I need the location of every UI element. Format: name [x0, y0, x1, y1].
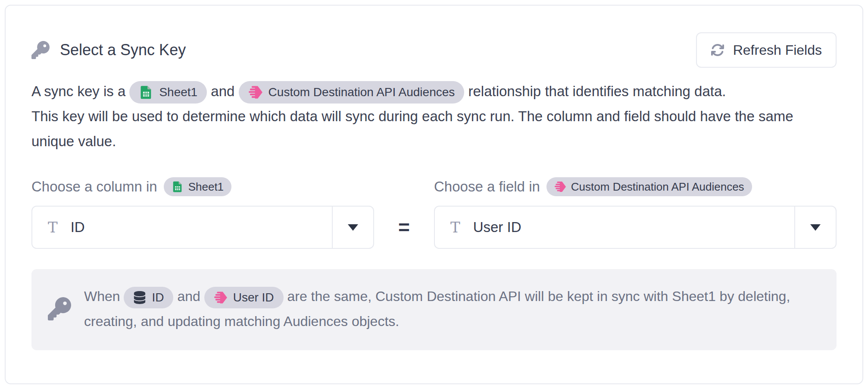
column-select-value-area[interactable]: T ID	[32, 207, 332, 248]
info-lead: When	[84, 289, 120, 304]
source-badge-small: Sheet1	[164, 177, 231, 196]
refresh-fields-label: Refresh Fields	[733, 42, 822, 58]
chevron-down-icon	[348, 224, 358, 231]
chevron-down-icon	[810, 224, 821, 231]
key-icon	[31, 41, 50, 59]
database-icon	[133, 291, 146, 304]
field-select[interactable]: T User ID	[434, 206, 837, 249]
destination-badge: Custom Destination API Audiences	[239, 81, 465, 104]
sheet-icon	[139, 85, 153, 100]
key-icon	[48, 297, 71, 320]
source-badge-label: Sheet1	[159, 80, 197, 105]
custom-destination-icon	[554, 181, 566, 193]
column-select-value: ID	[71, 219, 85, 235]
equals-sign: =	[398, 216, 410, 239]
field-select-label: Choose a field in	[434, 179, 540, 195]
destination-badge-label: Custom Destination API Audiences	[269, 80, 455, 105]
page-title: Select a Sync Key	[60, 41, 186, 59]
column-select-label-row: Choose a column in Sheet1	[31, 177, 374, 196]
description-tail-1: relationship that identifies matching da…	[468, 83, 726, 99]
description-conjunction: and	[211, 83, 234, 99]
sync-key-description: A sync key is a Sheet1 and Custom Destin…	[31, 79, 837, 154]
sheet-icon	[172, 181, 184, 193]
sync-key-selector-row: Choose a column in Sheet1 T ID =	[31, 177, 837, 249]
sync-key-card: Select a Sync Key Refresh Fields A sync …	[5, 5, 863, 384]
info-field-badge: User ID	[204, 287, 284, 308]
field-select-label-row: Choose a field in Custom Destination API…	[434, 177, 837, 196]
description-line-1: A sync key is a Sheet1 and Custom Destin…	[31, 79, 837, 104]
custom-destination-icon	[248, 85, 263, 100]
destination-badge-small: Custom Destination API Audiences	[546, 177, 752, 196]
info-column-badge-label: ID	[152, 285, 164, 310]
refresh-icon	[711, 43, 724, 57]
refresh-fields-button[interactable]: Refresh Fields	[696, 32, 837, 68]
field-select-value-area[interactable]: T User ID	[435, 207, 794, 248]
field-select-group: Choose a field in Custom Destination API…	[434, 177, 837, 249]
text-type-icon: T	[450, 220, 460, 235]
source-badge-small-label: Sheet1	[188, 180, 224, 194]
destination-badge-small-label: Custom Destination API Audiences	[571, 180, 744, 194]
column-select[interactable]: T ID	[31, 206, 374, 249]
page-title-group: Select a Sync Key	[31, 41, 186, 59]
column-select-label: Choose a column in	[31, 179, 157, 195]
field-select-value: User ID	[473, 219, 521, 235]
sync-key-info-text: When ID and User ID are the same, Custom…	[84, 284, 819, 334]
equals-separator: =	[374, 206, 434, 249]
column-select-dropdown-toggle[interactable]	[332, 207, 373, 248]
field-select-dropdown-toggle[interactable]	[794, 207, 836, 248]
source-badge: Sheet1	[129, 81, 207, 104]
info-conjunction: and	[177, 289, 200, 304]
column-select-group: Choose a column in Sheet1 T ID	[31, 177, 374, 249]
sync-key-info-box: When ID and User ID are the same, Custom…	[31, 269, 837, 350]
info-field-badge-label: User ID	[233, 285, 274, 310]
info-column-badge: ID	[124, 287, 173, 308]
description-tail-2: This key will be used to determine which…	[31, 104, 837, 154]
description-lead: A sync key is a	[31, 83, 125, 99]
card-header: Select a Sync Key Refresh Fields	[31, 32, 837, 68]
custom-destination-icon	[214, 291, 228, 304]
text-type-icon: T	[48, 220, 58, 235]
